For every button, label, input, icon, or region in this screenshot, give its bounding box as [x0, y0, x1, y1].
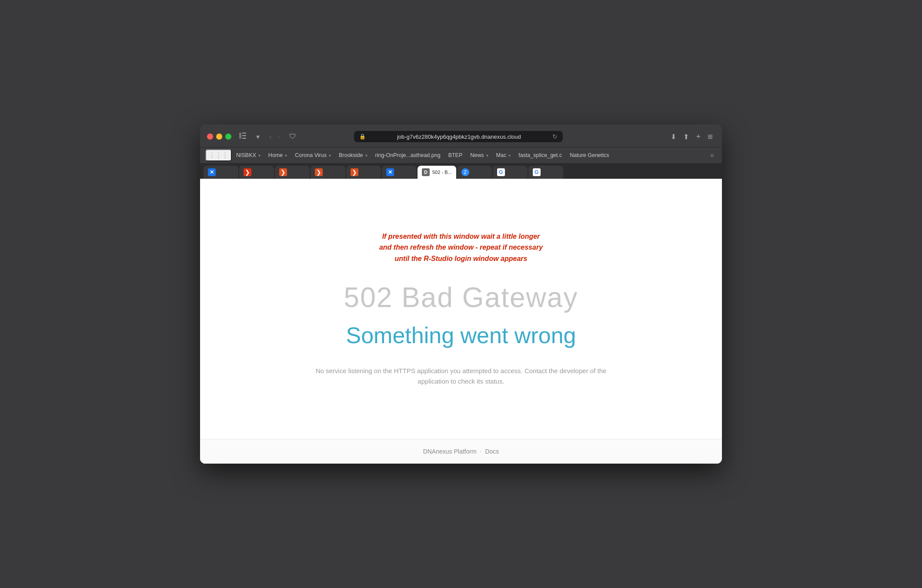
tab-3[interactable]: ❯	[275, 166, 310, 179]
tab-favicon-8: Z	[461, 168, 469, 176]
tabs-bar: ✕ ❯ ❯ ❯ ❯ ✕ D 502 - B... Z	[200, 163, 722, 179]
tab-favicon-5: ❯	[351, 168, 358, 176]
footer-links: DNAnexus Platform · Docs	[209, 448, 713, 455]
address-bar[interactable]: 🔒 job-g7v6z280k4yp6qg4pbkz1gvb.dnanexus.…	[354, 131, 563, 142]
share-button[interactable]: ⬆	[681, 131, 691, 142]
page-content: If presented with this window wait a lit…	[200, 179, 722, 439]
nav-arrows: ‹ ›	[267, 131, 282, 143]
tab-overview-button[interactable]: ⊞	[705, 132, 715, 141]
error-code: 502 Bad Gateway	[344, 281, 578, 314]
tab-7-active[interactable]: D 502 - B...	[418, 166, 456, 179]
bookmarks-overflow-button[interactable]: »	[708, 150, 717, 160]
docs-link[interactable]: Docs	[485, 448, 499, 455]
warning-message: If presented with this window wait a lit…	[379, 231, 543, 264]
tab-favicon-6: ✕	[386, 168, 394, 176]
bookmark-btep[interactable]: BTEP	[445, 151, 466, 160]
bookmark-fasta-splice[interactable]: fasta_splice_get.c	[515, 151, 565, 160]
tab-10[interactable]: G	[528, 166, 563, 179]
tab-4[interactable]: ❯	[311, 166, 345, 179]
bookmark-ring-project[interactable]: ring-OnProje...asthead.png	[372, 151, 444, 160]
bookmark-mac[interactable]: Mac ▾	[493, 151, 514, 160]
tab-favicon-2: ❯	[244, 168, 251, 176]
bookmark-nature-genetics[interactable]: Nature Genetics	[566, 151, 612, 160]
tab-favicon-7: D	[422, 168, 430, 176]
tab-favicon-3: ❯	[279, 168, 287, 176]
chevron-down-icon: ▾	[508, 153, 511, 158]
svg-rect-1	[242, 133, 246, 134]
bookmark-corona-virus[interactable]: Corona Virus ▾	[291, 151, 334, 160]
error-description: No service listening on the HTTPS applic…	[313, 366, 609, 387]
browser-window: ▾ ‹ › 🛡 🔒 job-g7v6z280k4yp6qg4pbkz1gvb.d…	[200, 124, 722, 464]
svg-rect-0	[239, 133, 241, 139]
tab-favicon-1: ✕	[208, 168, 216, 176]
dot-separator: ·	[480, 448, 482, 455]
tab-1[interactable]: ✕	[204, 166, 238, 179]
chevron-down-icon: ▾	[285, 153, 287, 158]
download-button[interactable]: ⬇	[668, 131, 678, 142]
tab-favicon-4: ❯	[315, 168, 323, 176]
bookmark-apps-grid[interactable]: ⋮⋮⋮	[205, 149, 232, 161]
tab-2[interactable]: ❯	[239, 166, 274, 179]
content-area: If presented with this window wait a lit…	[200, 179, 722, 464]
platform-link[interactable]: DNAnexus Platform	[423, 448, 477, 455]
bookmark-brookside[interactable]: Brookside ▾	[335, 151, 371, 160]
new-tab-button[interactable]: +	[694, 131, 703, 143]
sidebar-toggle-button[interactable]	[237, 131, 249, 142]
tab-7-label: 502 - B...	[432, 170, 452, 175]
tab-9[interactable]: G	[493, 166, 528, 179]
traffic-lights	[207, 134, 231, 140]
tab-6[interactable]: ✕	[382, 166, 417, 179]
back-button[interactable]: ‹	[267, 131, 274, 143]
minimize-button[interactable]	[216, 134, 222, 140]
bookmark-nisbkx[interactable]: NISBKX ▾	[233, 151, 264, 160]
chevron-down-icon: ▾	[486, 153, 488, 158]
reload-button[interactable]: ↻	[552, 133, 558, 140]
url-text: job-g7v6z280k4yp6qg4pbkz1gvb.dnanexus.cl…	[369, 134, 549, 140]
svg-rect-2	[242, 135, 246, 136]
bookmarks-bar: ⋮⋮⋮ NISBKX ▾ Home ▾ Corona Virus ▾ Brook…	[200, 147, 722, 163]
bookmark-news[interactable]: News ▾	[467, 151, 491, 160]
page-footer: DNAnexus Platform · Docs	[200, 439, 722, 464]
title-bar: ▾ ‹ › 🛡 🔒 job-g7v6z280k4yp6qg4pbkz1gvb.d…	[200, 124, 722, 147]
forward-button[interactable]: ›	[275, 131, 282, 143]
maximize-button[interactable]	[225, 134, 231, 140]
chevron-down-icon: ▾	[365, 153, 367, 158]
shield-icon[interactable]: 🛡	[287, 131, 298, 142]
tab-8[interactable]: Z	[457, 166, 492, 179]
close-button[interactable]	[207, 134, 213, 140]
tab-favicon-10: G	[533, 168, 541, 176]
toolbar-right: ⬇ ⬆ + ⊞	[668, 131, 715, 143]
chevron-down-icon: ▾	[329, 153, 331, 158]
tab-5[interactable]: ❯	[346, 166, 381, 179]
sidebar-dropdown-button[interactable]: ▾	[254, 131, 262, 142]
error-title: Something went wrong	[346, 322, 576, 348]
svg-rect-3	[242, 138, 246, 139]
tab-favicon-9: G	[497, 168, 505, 176]
chevron-down-icon: ▾	[258, 153, 261, 158]
lock-icon: 🔒	[359, 134, 366, 140]
bookmark-home[interactable]: Home ▾	[265, 151, 291, 160]
